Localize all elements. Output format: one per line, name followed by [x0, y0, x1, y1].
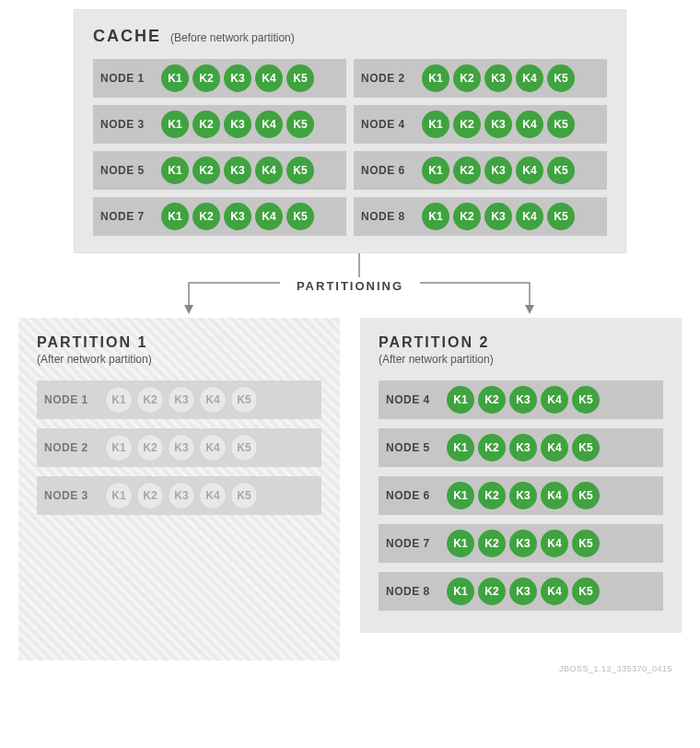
- cache-key: K3: [484, 64, 512, 92]
- cache-key: K1: [447, 578, 474, 605]
- cache-key: K3: [509, 482, 537, 509]
- partition-1-title: PARTITION 1: [37, 334, 321, 351]
- cache-key: K4: [255, 111, 283, 138]
- cache-key: K2: [478, 482, 506, 509]
- cache-key: K5: [572, 386, 600, 414]
- cache-key: K4: [516, 111, 543, 138]
- node-row: NODE 3K1K2K3K4K5: [93, 105, 346, 144]
- partition-1-panel: PARTITION 1 (After network partition) NO…: [18, 318, 340, 660]
- cache-key: K2: [453, 111, 481, 138]
- node-label: NODE 5: [386, 441, 443, 454]
- cache-key: K2: [478, 578, 506, 605]
- node-label: NODE 1: [100, 72, 158, 85]
- node-row: NODE 4K1K2K3K4K5: [354, 105, 607, 144]
- node-row: NODE 2K1K2K3K4K5: [354, 59, 607, 98]
- node-label: NODE 8: [361, 210, 418, 223]
- cache-key: K2: [192, 157, 220, 184]
- node-label: NODE 3: [44, 489, 101, 502]
- partitioning-label: PARTITIONING: [280, 277, 420, 295]
- cache-key: K5: [230, 482, 258, 509]
- cache-key: K1: [447, 530, 474, 557]
- cache-key: K1: [422, 111, 449, 138]
- cache-key: K4: [541, 386, 568, 414]
- cache-key: K4: [199, 386, 227, 414]
- cache-key: K1: [447, 386, 474, 414]
- cache-key: K4: [516, 157, 543, 184]
- node-label: NODE 2: [44, 441, 101, 454]
- cache-key: K3: [224, 111, 251, 138]
- cache-key: K3: [224, 64, 251, 92]
- cache-key: K1: [447, 482, 474, 509]
- cache-key: K5: [230, 434, 258, 462]
- partition-2-title: PARTITION 2: [379, 334, 663, 351]
- svg-marker-0: [184, 305, 193, 314]
- cache-key: K3: [484, 203, 512, 230]
- node-label: NODE 7: [100, 210, 158, 223]
- cache-key: K3: [509, 578, 537, 605]
- cache-key: K2: [136, 386, 164, 414]
- cache-panel: CACHE (Before network partition) NODE 1K…: [74, 9, 626, 253]
- cache-key: K5: [572, 530, 600, 557]
- cache-key: K1: [161, 64, 189, 92]
- node-row: NODE 8K1K2K3K4K5: [379, 572, 663, 611]
- cache-key: K3: [509, 530, 537, 557]
- partition-1-nodes: NODE 1K1K2K3K4K5NODE 2K1K2K3K4K5NODE 3K1…: [37, 380, 321, 515]
- cache-key: K4: [255, 203, 283, 230]
- node-row: NODE 5K1K2K3K4K5: [93, 151, 346, 190]
- cache-key: K3: [224, 157, 251, 184]
- cache-subtitle: (Before network partition): [170, 31, 295, 44]
- cache-key: K5: [547, 203, 575, 230]
- node-row: NODE 5K1K2K3K4K5: [379, 428, 663, 467]
- cache-node-grid: NODE 1K1K2K3K4K5NODE 2K1K2K3K4K5NODE 3K1…: [93, 59, 607, 236]
- node-label: NODE 6: [361, 164, 418, 177]
- node-label: NODE 4: [386, 393, 443, 406]
- cache-key: K5: [286, 111, 314, 138]
- cache-key: K2: [136, 434, 164, 462]
- cache-key: K3: [484, 157, 512, 184]
- node-label: NODE 1: [44, 393, 101, 406]
- node-label: NODE 7: [386, 537, 443, 550]
- node-label: NODE 8: [386, 585, 443, 598]
- cache-key: K2: [478, 386, 506, 414]
- cache-key: K2: [192, 203, 220, 230]
- cache-key: K4: [199, 434, 227, 462]
- node-row: NODE 1K1K2K3K4K5: [93, 59, 346, 98]
- cache-key: K1: [447, 434, 474, 462]
- cache-key: K1: [422, 157, 449, 184]
- node-row: NODE 6K1K2K3K4K5: [354, 151, 607, 190]
- cache-key: K4: [541, 530, 568, 557]
- diagram-footnote: JBOSS_1.12_335370_0415: [18, 664, 682, 673]
- partition-2-subtitle: (After network partition): [379, 353, 663, 366]
- cache-title-row: CACHE (Before network partition): [93, 27, 607, 46]
- cache-key: K3: [168, 482, 195, 509]
- cache-key: K1: [161, 157, 189, 184]
- cache-key: K2: [478, 530, 506, 557]
- cache-key: K2: [453, 64, 481, 92]
- node-row: NODE 2K1K2K3K4K5: [37, 428, 321, 467]
- cache-key: K4: [516, 203, 543, 230]
- cache-key: K4: [541, 578, 568, 605]
- cache-key: K1: [105, 482, 133, 509]
- cache-key: K4: [255, 157, 283, 184]
- partition-2-panel: PARTITION 2 (After network partition) NO…: [360, 318, 682, 633]
- cache-key: K4: [199, 482, 227, 509]
- cache-key: K2: [192, 111, 220, 138]
- cache-key: K1: [161, 203, 189, 230]
- cache-key: K5: [572, 482, 600, 509]
- cache-key: K3: [168, 386, 195, 414]
- cache-key: K5: [230, 386, 258, 414]
- cache-key: K5: [286, 157, 314, 184]
- cache-key: K1: [105, 386, 133, 414]
- cache-key: K5: [547, 64, 575, 92]
- cache-key: K5: [572, 434, 600, 462]
- partitions-row: PARTITION 1 (After network partition) NO…: [18, 318, 682, 660]
- node-row: NODE 3K1K2K3K4K5: [37, 476, 321, 515]
- node-row: NODE 4K1K2K3K4K5: [379, 380, 663, 419]
- node-row: NODE 8K1K2K3K4K5: [354, 197, 607, 236]
- cache-key: K3: [168, 434, 195, 462]
- node-label: NODE 4: [361, 118, 418, 131]
- cache-key: K3: [509, 434, 537, 462]
- cache-key: K5: [547, 157, 575, 184]
- cache-key: K4: [541, 482, 568, 509]
- cache-key: K5: [547, 111, 575, 138]
